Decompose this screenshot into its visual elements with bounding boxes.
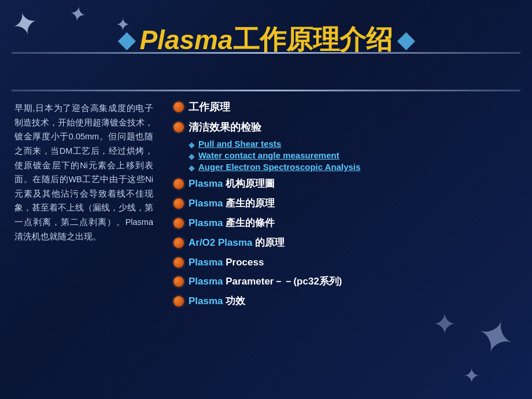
- rest-label-6: 的原理: [255, 237, 285, 248]
- bottom-separator: [12, 90, 520, 91]
- sub-arrow-2: ◆: [189, 152, 195, 161]
- outline-label-4: Plasma 產生的原理: [189, 197, 275, 210]
- content-area: 早期,日本为了迎合高集成度的电子制造技术，开始使用超薄镀金技术，镀金厚度小于0.…: [12, 95, 520, 393]
- outline-label-9: Plasma 功效: [189, 294, 245, 308]
- outline-item-7: Plasma Process: [173, 256, 515, 269]
- sub-label-2: Water contact angle measurement: [198, 150, 339, 160]
- plasma-label-5: Plasma: [189, 217, 223, 228]
- bullet-dot-3: [173, 179, 184, 189]
- bullet-dot-1: [173, 102, 184, 112]
- rest-label-9: 功效: [226, 295, 245, 306]
- title: ◆ Plasma 工作原理介绍 ◆: [118, 22, 413, 58]
- sub-item-2: ◆ Water contact angle measurement: [189, 150, 515, 161]
- outline-item-3: Plasma 机构原理圖: [173, 177, 515, 191]
- sub-arrow-3: ◆: [189, 163, 195, 172]
- sub-bullet-list: ◆ Pull and Shear tests ◆ Water contact a…: [189, 139, 515, 172]
- rest-label-5: 產生的條件: [226, 217, 275, 228]
- bullet-dot-4: [173, 198, 184, 209]
- description-text: 早期,日本为了迎合高集成度的电子制造技术，开始使用超薄镀金技术，镀金厚度小于0.…: [14, 104, 153, 241]
- bullet-dot-9: [173, 296, 184, 306]
- outline-item-9: Plasma 功效: [173, 294, 515, 308]
- outline-item-4: Plasma 產生的原理: [173, 197, 515, 210]
- outline-label-5: Plasma 產生的條件: [189, 216, 275, 230]
- sub-label-3: Auger Electron Spectroscopic Analysis: [198, 162, 360, 172]
- bullet-dot-5: [173, 218, 184, 228]
- outline-label-6: Ar/O2 Plasma 的原理: [189, 236, 285, 250]
- plasma-label-4: Plasma: [189, 198, 223, 209]
- slide: ✦ ✦ ✦ ✦ ✦ ✦ ◆ Plasma 工作原理介绍 ◆ 早期,日本为了迎合高…: [0, 0, 532, 399]
- rest-label-3: 机构原理圖: [226, 178, 275, 189]
- outline-label-3: Plasma 机构原理圖: [189, 177, 275, 191]
- outline-label-7: Plasma Process: [189, 256, 264, 269]
- outline-label-2: 清洁效果的检验: [189, 120, 261, 135]
- rest-label-7: Process: [226, 257, 264, 268]
- plasma-label-3: Plasma: [189, 178, 223, 189]
- bullet-dot-6: [173, 238, 184, 248]
- outline-item-8: Plasma Parameter－－(pc32系列): [173, 275, 515, 289]
- bullet-dot-2: [173, 122, 184, 132]
- title-chinese: 工作原理介绍: [233, 22, 393, 58]
- rest-label-4: 產生的原理: [226, 198, 275, 209]
- left-description: 早期,日本为了迎合高集成度的电子制造技术，开始使用超薄镀金技术，镀金厚度小于0.…: [12, 95, 156, 393]
- outline-item-1: 工作原理: [173, 100, 515, 114]
- sub-label-1: Pull and Shear tests: [198, 139, 281, 149]
- sub-item-3: ◆ Auger Electron Spectroscopic Analysis: [189, 162, 515, 172]
- rest-label-8: Parameter－－(pc32系列): [226, 276, 342, 287]
- outline-item-2: 清洁效果的检验: [173, 120, 515, 135]
- plasma-label-6: Ar/O2 Plasma: [189, 237, 253, 248]
- outline-item-6: Ar/O2 Plasma 的原理: [173, 236, 515, 250]
- diamond-left-icon: ◆: [118, 27, 135, 53]
- outline-item-5: Plasma 產生的條件: [173, 216, 515, 230]
- sub-item-1: ◆ Pull and Shear tests: [189, 139, 515, 149]
- sub-arrow-1: ◆: [189, 140, 195, 149]
- bullet-dot-8: [173, 276, 184, 287]
- plasma-label-7: Plasma: [189, 257, 223, 268]
- plasma-label-9: Plasma: [189, 295, 223, 306]
- title-english: Plasma: [139, 24, 232, 56]
- plasma-label-8: Plasma: [189, 276, 223, 287]
- bullet-dot-7: [173, 257, 184, 268]
- outline-label-8: Plasma Parameter－－(pc32系列): [189, 275, 342, 289]
- diamond-right-icon: ◆: [397, 27, 414, 53]
- outline-label-1: 工作原理: [189, 100, 230, 114]
- outline: 工作原理 清洁效果的检验 ◆ Pull and Shear tests ◆ Wa…: [168, 95, 520, 393]
- title-area: ◆ Plasma 工作原理介绍 ◆: [0, 12, 532, 64]
